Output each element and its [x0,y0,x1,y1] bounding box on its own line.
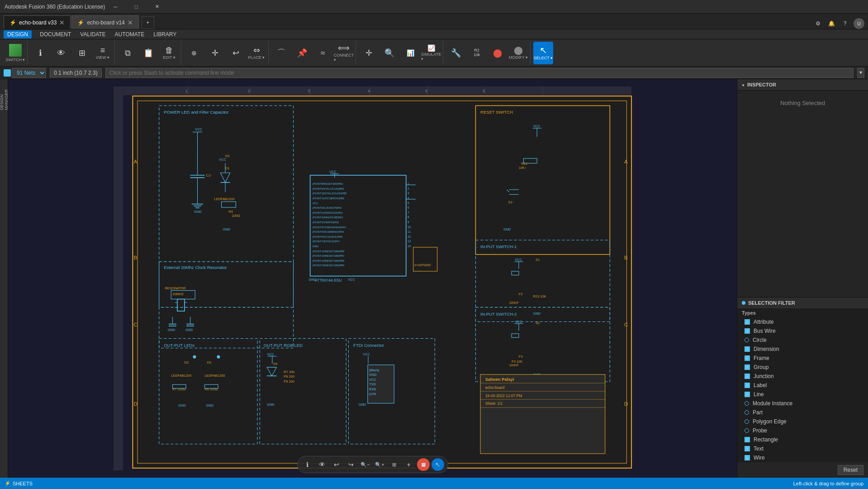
zoom-erc-button[interactable]: 🔍 [379,42,399,64]
svg-text:D4: D4 [273,362,277,366]
canvas-zoom-plus-button[interactable]: 🔍+ [374,458,386,471]
design-manager-tab[interactable]: DESIGN MANAGER [0,83,8,110]
settings-icon[interactable]: ⚙ [813,19,823,29]
document-menu-item[interactable]: DOCUMENT [35,30,76,38]
copy-button[interactable]: ⧉ [118,42,138,64]
bottom-status-bar: ⚡ SHEETS Left-click & drag to define gro… [0,478,868,489]
canvas-stop-button[interactable]: ⏹ [417,458,430,471]
filter-rectangle[interactable]: ✓ Rectangle [737,435,868,444]
filter-junction[interactable]: ✓ Junction [737,372,868,381]
filter-text[interactable]: ✓ Text [737,444,868,453]
bus-button[interactable]: ≈ [313,42,333,64]
crosshair-button[interactable]: ✛ [359,42,379,64]
properties-button[interactable]: 🔧 [446,42,466,64]
tab-icon2: ⚡ [77,19,84,26]
line-checkbox[interactable]: ✓ [745,392,750,397]
close-button[interactable]: ✕ [147,0,167,14]
canvas-grid-button[interactable]: + [403,458,415,471]
help-icon[interactable]: ? [840,19,850,29]
canvas-cursor-button[interactable]: ↖ [432,458,444,471]
canvas-undo-button[interactable]: ↩ [330,458,343,471]
library-menu-item[interactable]: LIBRARY [149,30,181,38]
notification-icon[interactable]: 🔔 [826,19,836,29]
tab-echov33[interactable]: ⚡ echo-board v33 ✕ [4,15,71,29]
filter-wire[interactable]: ✓ Wire [737,453,868,462]
mirror-button[interactable]: ⇔ PLACE ▾ [247,42,266,64]
layers-icon: ≡ [100,46,105,54]
canvas-area[interactable]: 1 2 3 4 5 6 A B C D A [8,79,737,478]
canvas-info-button[interactable]: ℹ [301,458,314,471]
filter-line[interactable]: ✓ Line [737,390,868,399]
net-selector[interactable]: 91 Nets [12,68,46,78]
filter-buswire[interactable]: ✓ Bus Wire [737,326,868,336]
probe-indicator [745,428,749,433]
layers-button[interactable]: ≡ VIEW ▾ [93,42,113,64]
wire-checkbox[interactable]: ✓ [745,455,750,460]
filter-module-instance[interactable]: Module Instance [737,399,868,408]
junction-button[interactable]: ⟺ CONNECT ▾ [334,42,354,64]
svg-text:ATTINY44-SSU: ATTINY44-SSU [315,278,342,283]
filter-frame[interactable]: ✓ Frame [737,354,868,363]
test-button[interactable]: ⬤ MODIFY ▾ [508,42,528,64]
tab-echov14[interactable]: ⚡ echo-board v14 ✕ [71,15,138,29]
svg-text:RESET SWITCH: RESET SWITCH [480,110,513,115]
select-button[interactable]: ↖ SELECT ▾ [533,42,553,64]
maximize-button[interactable]: □ [126,0,147,14]
filter-group[interactable]: ✓ Group [737,363,868,372]
command-dropdown-arrow[interactable]: ▾ [857,68,864,78]
pin-button[interactable]: 📌 [292,42,312,64]
dimension-checkbox[interactable]: ✓ [745,346,750,352]
filter-dimension[interactable]: ✓ Dimension [737,345,868,354]
filter-probe[interactable]: Probe [737,426,868,435]
canvas-zoom-minus-button[interactable]: 🔍− [359,458,372,471]
net-button[interactable]: ⬤ [488,42,508,64]
canvas-eye-button[interactable]: 👁 [316,458,328,471]
new-tab-button[interactable]: + [142,16,154,29]
canvas-fit-button[interactable]: ⊞ [388,458,401,471]
svg-text:RESONATOR: RESONATOR [165,286,185,290]
tab-label: echo-board v33 [19,19,57,26]
junction-label: Junction [754,373,774,379]
minimize-button[interactable]: ─ [105,0,126,14]
filter-attribute[interactable]: ✓ Attribute [737,317,868,326]
wire-button[interactable]: ⌒ [271,42,291,64]
delete-button[interactable]: 🗑 EDIT ▾ [159,42,179,64]
validate-menu-item[interactable]: VALIDATE [76,30,110,38]
text-checkbox[interactable]: ✓ [745,446,750,451]
svg-text:GND: GND [223,227,230,231]
filter-part[interactable]: Part [737,408,868,417]
group-checkbox[interactable]: ✓ [745,364,750,370]
tab-close-icon[interactable]: ✕ [59,19,65,26]
sim2-button[interactable]: 📈 SIMULATE ▾ [421,42,441,64]
canvas-redo-button[interactable]: ↪ [345,458,357,471]
design-menu-item[interactable]: DESIGN [4,30,32,38]
svg-text:VCC: VCC [515,320,522,324]
label-checkbox[interactable]: ✓ [745,383,750,388]
command-input[interactable] [105,68,854,78]
grid-button[interactable]: ⊞ [72,42,92,64]
rectangle-checkbox[interactable]: ✓ [745,437,750,442]
svg-text:GND: GND [178,403,185,408]
frame-checkbox[interactable]: ✓ [745,355,750,361]
switch-button[interactable]: SWITCH ▾ [5,42,25,64]
filter-circle[interactable]: Circle [737,336,868,345]
move-button[interactable]: ✛ [205,42,225,64]
reset-button[interactable]: Reset [838,465,863,475]
info-button[interactable]: ℹ [30,42,50,64]
eye-button[interactable]: 👁 [51,42,71,64]
filter-label[interactable]: ✓ Label [737,381,868,390]
paste-button[interactable]: 📋 [138,42,158,64]
avatar[interactable]: U [854,18,864,29]
automate-menu-item[interactable]: AUTOMATE [110,30,149,38]
buswire-checkbox[interactable]: ✓ [745,328,750,334]
undo-button[interactable]: ↩ [226,42,246,64]
attribute-checkbox[interactable]: ✓ [745,319,750,325]
filter-polygon-edge[interactable]: Polygon Edge [737,417,868,426]
junction-checkbox[interactable]: ✓ [745,374,750,379]
svg-text:VCC: VCC [313,202,318,205]
tab-close-icon2[interactable]: ✕ [128,19,133,26]
add-part-button[interactable]: ⊕ [184,42,204,64]
sim1-button[interactable]: 📊 [400,42,420,64]
selection-filter-header[interactable]: SELECTION FILTER [737,297,868,308]
value-button[interactable]: R210k [467,42,487,64]
